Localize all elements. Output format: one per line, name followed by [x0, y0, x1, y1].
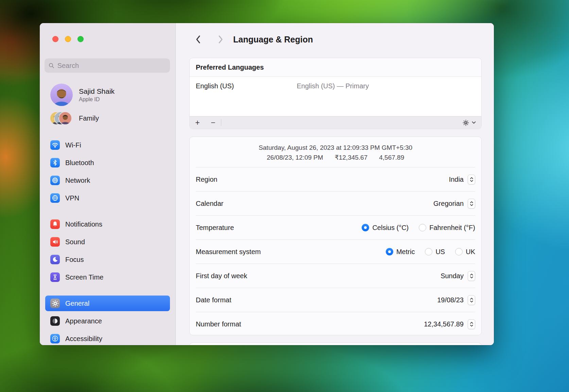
radio-label: US	[435, 248, 445, 256]
format-preview: Saturday, August 26, 2023 at 12:09:33 PM…	[190, 137, 481, 162]
language-row[interactable]: English (US) English (US) — Primary	[190, 77, 481, 90]
appearance-icon	[50, 316, 60, 326]
radio-label: Fahrenheit (°F)	[429, 224, 475, 232]
sidebar-item-wifi[interactable]: Wi-Fi	[45, 137, 170, 153]
hourglass-icon	[50, 272, 60, 282]
chevron-down-icon	[472, 121, 476, 124]
globe-icon	[50, 176, 60, 185]
radio-us[interactable]: US	[425, 248, 445, 256]
region-stepper[interactable]	[468, 175, 475, 184]
sidebar-item-appearance[interactable]: Appearance	[45, 313, 170, 329]
measurement-radio-group: Metric US UK	[386, 248, 475, 256]
sidebar-item-bluetooth[interactable]: Bluetooth	[45, 155, 170, 171]
radio-selected-icon[interactable]	[362, 224, 369, 231]
next-group-box-partial	[189, 342, 482, 345]
setting-label: Number format	[196, 320, 424, 328]
globe-icon	[50, 193, 60, 203]
sidebar-item-focus[interactable]: Focus	[45, 252, 170, 267]
wifi-icon	[50, 140, 60, 150]
radio-unselected-icon[interactable]	[455, 248, 463, 255]
setting-row-measurement-system: Measurement system Metric US UK	[190, 240, 481, 264]
forward-button[interactable]	[216, 34, 225, 44]
radio-selected-icon[interactable]	[386, 248, 393, 255]
zoom-button[interactable]	[77, 36, 84, 42]
sidebar-item-family[interactable]: Family	[50, 112, 99, 124]
sidebar-item-general[interactable]: General	[45, 296, 170, 311]
up-down-chevrons-icon	[470, 177, 473, 182]
sidebar-item-label: Network	[65, 177, 90, 184]
family-avatars	[50, 112, 71, 124]
sidebar-item-sound[interactable]: Sound	[45, 234, 170, 250]
radio-fahrenheit[interactable]: Fahrenheit (°F)	[419, 224, 475, 232]
preview-currency: ₹12,345.67	[335, 154, 368, 162]
sidebar-item-label: Bluetooth	[65, 159, 94, 167]
setting-label: Region	[196, 176, 449, 183]
sidebar-item-label: Focus	[65, 256, 84, 264]
preview-number: 4,567.89	[379, 154, 404, 162]
setting-label: Temperature	[196, 224, 362, 232]
radio-uk[interactable]: UK	[455, 248, 475, 256]
sidebar-item-label: Wi-Fi	[65, 141, 81, 149]
bluetooth-icon	[50, 158, 60, 167]
radio-label: Metric	[396, 248, 415, 256]
radio-label: UK	[466, 248, 475, 256]
close-button[interactable]	[52, 36, 58, 42]
apple-id-profile[interactable]: Sajid Shaik Apple ID	[50, 84, 115, 106]
radio-celsius[interactable]: Celsius (°C)	[362, 224, 409, 232]
chevron-right-icon	[218, 35, 224, 44]
sidebar-item-accessibility[interactable]: Accessibility	[45, 331, 170, 345]
number-format-stepper[interactable]	[468, 319, 475, 329]
sidebar-item-label: Appearance	[65, 317, 102, 325]
up-down-chevrons-icon	[470, 321, 473, 327]
preview-long-date: Saturday, August 26, 2023 at 12:09:33 PM…	[190, 144, 481, 152]
minimize-button[interactable]	[65, 36, 71, 42]
setting-label: First day of week	[196, 272, 441, 280]
remove-language-button[interactable]: −	[205, 117, 221, 129]
language-toolbar: + −	[190, 116, 481, 129]
add-language-button[interactable]: +	[190, 117, 205, 129]
system-settings-window: Sajid Shaik Apple ID Family	[40, 23, 494, 345]
calendar-value: Gregorian	[433, 200, 464, 208]
date-format-stepper[interactable]	[468, 295, 475, 305]
radio-metric[interactable]: Metric	[386, 248, 415, 256]
language-options-menu[interactable]	[463, 120, 481, 126]
radio-label: Celsius (°C)	[372, 224, 409, 232]
setting-label: Date format	[196, 296, 437, 304]
window-controls	[52, 36, 84, 42]
family-label: Family	[79, 114, 99, 122]
radio-unselected-icon[interactable]	[425, 248, 432, 255]
date-format-value: 19/08/23	[437, 296, 464, 304]
sidebar-item-label: Notifications	[65, 220, 102, 228]
preview-short-date: 26/08/23, 12:09 PM	[267, 154, 323, 162]
sidebar-item-network[interactable]: Network	[45, 173, 170, 188]
preview-examples: 26/08/23, 12:09 PM ₹12,345.67 4,567.89	[190, 154, 481, 162]
toolbar-divider	[221, 119, 221, 126]
setting-row-number-format: Number format 12,34,567.89	[190, 312, 481, 336]
sidebar-item-label: Sound	[65, 238, 85, 246]
sidebar-item-vpn[interactable]: VPN	[45, 190, 170, 206]
first-day-value: Sunday	[441, 272, 464, 280]
sidebar-item-notifications[interactable]: Notifications	[45, 216, 170, 232]
sidebar: Sajid Shaik Apple ID Family	[40, 23, 176, 345]
avatar	[50, 84, 73, 106]
sidebar-item-label: VPN	[65, 194, 79, 202]
content-pane: Language & Region Preferred Languages En…	[176, 23, 494, 345]
radio-unselected-icon[interactable]	[419, 224, 426, 231]
chevron-left-icon	[195, 35, 201, 44]
number-format-value: 12,34,567.89	[424, 320, 464, 328]
search-field[interactable]	[45, 58, 170, 73]
search-input[interactable]	[57, 62, 166, 70]
profile-subtitle: Apple ID	[79, 96, 115, 103]
up-down-chevrons-icon	[470, 273, 473, 279]
region-value: India	[449, 176, 464, 183]
calendar-stepper[interactable]	[468, 199, 475, 209]
sidebar-item-screen-time[interactable]: Screen Time	[45, 269, 170, 285]
setting-row-first-day-of-week: First day of week Sunday	[190, 264, 481, 288]
setting-row-calendar: Calendar Gregorian	[190, 192, 481, 215]
profile-name: Sajid Shaik	[79, 87, 115, 95]
preferred-languages-title: Preferred Languages	[190, 58, 481, 77]
back-button[interactable]	[194, 34, 203, 44]
first-day-stepper[interactable]	[468, 271, 475, 281]
sidebar-item-label: Accessibility	[65, 335, 102, 343]
profile-text: Sajid Shaik Apple ID	[79, 87, 115, 103]
